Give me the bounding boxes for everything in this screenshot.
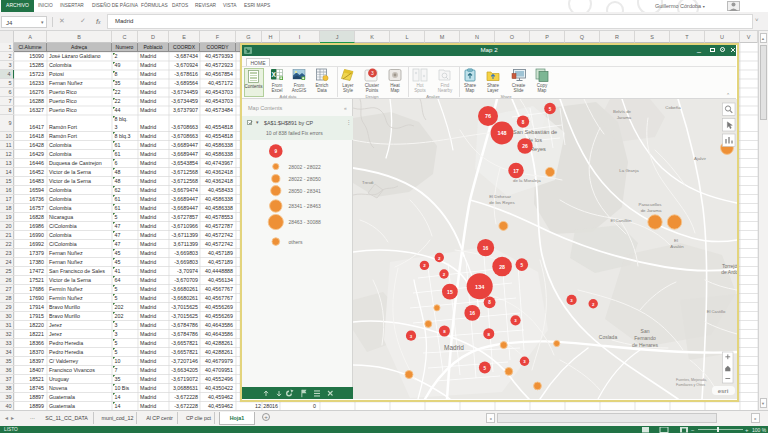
svg-text:17: 17 (513, 168, 519, 174)
svg-text:Jarama: Jarama (617, 115, 632, 120)
svg-text:de los Reyes: de los Reyes (489, 200, 515, 205)
svg-text:5: 5 (549, 107, 552, 112)
svg-text:76: 76 (485, 113, 491, 119)
svg-text:148: 148 (497, 130, 506, 136)
svg-text:El Castillo: El Castillo (707, 309, 726, 314)
svg-text:28022 - 28050: 28022 - 28050 (289, 176, 321, 182)
svg-text:de Ardoz: de Ardoz (721, 269, 736, 275)
svg-text:Fernando: Fernando (634, 335, 656, 341)
svg-text:8: 8 (522, 120, 525, 125)
svg-text:28: 28 (499, 264, 505, 270)
svg-text:San: San (641, 328, 650, 334)
svg-text:5: 5 (484, 366, 487, 371)
svg-text:La Granja: La Granja (619, 168, 639, 173)
svg-text:Tresdi: Tresdi (362, 180, 374, 185)
svg-text:de la Moraleja: de la Moraleja (513, 178, 541, 183)
svg-text:Avalón: Avalón (670, 244, 684, 249)
svg-text:8: 8 (488, 300, 491, 305)
svg-text:Ajalvir: Ajalvir (694, 156, 706, 161)
svg-text:5: 5 (521, 263, 524, 268)
svg-text:16: 16 (483, 245, 489, 251)
svg-text:28463 - 30088: 28463 - 30088 (289, 219, 321, 225)
svg-text:26: 26 (522, 143, 528, 149)
svg-text:3: 3 (371, 70, 374, 76)
svg-text:de Jarama: de Jarama (641, 208, 662, 213)
svg-text:Coslada: Coslada (599, 334, 618, 340)
svg-text:Belvís de: Belvís de (613, 109, 632, 114)
svg-text:15: 15 (447, 289, 453, 295)
svg-text:Madrid: Madrid (444, 344, 464, 351)
svg-text:9: 9 (275, 149, 278, 154)
svg-text:Paracuellos: Paracuellos (639, 202, 663, 207)
svg-text:El: El (674, 238, 678, 243)
svg-text:others: others (289, 239, 303, 245)
svg-text:San Sebastián de: San Sebastián de (513, 129, 557, 135)
svg-text:esri: esri (718, 388, 729, 394)
svg-text:X: X (272, 71, 277, 78)
svg-text:Fuentes, Mejorada,: Fuentes, Mejorada, (676, 378, 707, 382)
svg-text:134: 134 (475, 284, 485, 290)
svg-text:16: 16 (470, 310, 476, 316)
svg-text:Familiares y Otros: Familiares y Otros (676, 383, 705, 387)
svg-text:28002 - 28022: 28002 - 28022 (289, 164, 321, 170)
svg-text:28050 - 28341: 28050 - 28341 (289, 188, 321, 194)
svg-text:28341 - 28463: 28341 - 28463 (289, 203, 321, 209)
svg-text:El Dehesar: El Dehesar (489, 194, 511, 199)
svg-text:El Canillón: El Canillón (611, 218, 633, 223)
svg-text:de Henares: de Henares (632, 342, 658, 348)
svg-text:Cobeña: Cobeña (665, 105, 681, 110)
